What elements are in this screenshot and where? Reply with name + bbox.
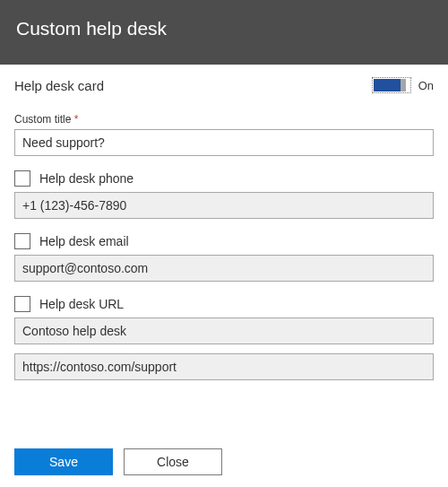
phone-check-row: Help desk phone — [14, 170, 434, 187]
close-button-label: Close — [157, 455, 189, 469]
close-button[interactable]: Close — [124, 448, 222, 475]
url-title-input[interactable] — [14, 317, 434, 344]
email-check-row: Help desk email — [14, 233, 434, 249]
url-input[interactable] — [14, 353, 434, 380]
custom-title-input[interactable] — [14, 129, 434, 156]
toggle-fill — [374, 79, 401, 91]
help-desk-card-row: Help desk card On — [14, 77, 434, 93]
panel-title: Custom help desk — [16, 18, 167, 39]
phone-label: Help desk phone — [39, 171, 134, 186]
phone-checkbox[interactable] — [14, 170, 30, 187]
panel-content: Help desk card On Custom title * Help de… — [0, 65, 448, 413]
toggle-handle — [401, 79, 406, 91]
toggle-wrap: On — [372, 77, 434, 93]
toggle-state-label: On — [418, 79, 434, 92]
custom-title-label-text: Custom title — [14, 113, 71, 126]
save-button[interactable]: Save — [14, 448, 113, 475]
url-check-row: Help desk URL — [14, 296, 434, 312]
email-checkbox[interactable] — [14, 233, 30, 249]
required-asterisk: * — [74, 113, 79, 126]
panel-footer: Save Close — [0, 413, 448, 487]
save-button-label: Save — [49, 455, 78, 469]
email-label: Help desk email — [39, 234, 129, 248]
panel-header: Custom help desk — [0, 0, 448, 65]
help-desk-card-label: Help desk card — [14, 78, 104, 93]
url-label: Help desk URL — [39, 297, 124, 311]
email-input[interactable] — [14, 255, 434, 282]
url-checkbox[interactable] — [14, 296, 30, 312]
custom-title-label: Custom title * — [14, 113, 434, 126]
help-desk-card-toggle[interactable] — [372, 77, 411, 93]
toggle-track — [374, 79, 409, 91]
phone-input[interactable] — [14, 192, 434, 219]
